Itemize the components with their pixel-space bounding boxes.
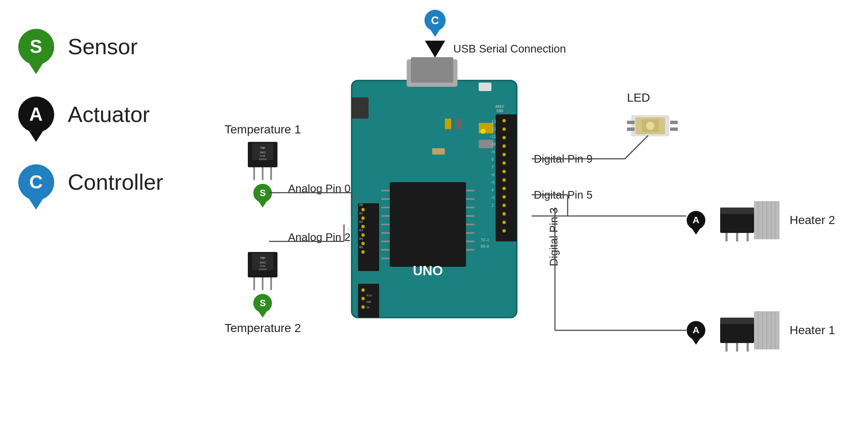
svg-rect-106 (627, 121, 635, 124)
svg-text:GND: GND (366, 300, 371, 303)
svg-text:7: 7 (491, 165, 494, 169)
svg-text:P120: P120 (260, 265, 265, 267)
temp2-chip-icon: TMP 36G2 P120 122554 (244, 250, 282, 292)
svg-rect-107 (670, 121, 678, 124)
svg-point-60 (502, 161, 506, 165)
svg-text:2: 2 (491, 203, 494, 208)
digital-pin3-label: Digital Pin 3 (547, 208, 560, 266)
svg-text:RX←0: RX←0 (481, 245, 489, 249)
actuator-circle: A (18, 97, 54, 133)
svg-text:8: 8 (491, 158, 494, 162)
digital-pin5-label: Digital Pin 5 (534, 188, 593, 202)
svg-point-72 (361, 288, 365, 292)
svg-rect-109 (670, 127, 678, 131)
usb-label: USB Serial Connection (453, 42, 566, 55)
legend-actuator: A Actuator (17, 93, 163, 136)
svg-point-62 (502, 178, 506, 182)
usb-controller-icon: C (424, 8, 446, 33)
controller-circle: C (18, 164, 54, 200)
svg-text:36G2: 36G2 (260, 261, 266, 264)
svg-text:P120: P120 (260, 155, 265, 157)
digital-pin3-area: Digital Pin 3 (547, 208, 560, 268)
svg-text:~5: ~5 (491, 181, 495, 185)
legend: S Sensor A Actuator C Controller (17, 25, 163, 203)
svg-text:~9: ~9 (491, 150, 495, 154)
arduino-board: UNO ANALOG IN DIGITAL PWM (347, 55, 525, 326)
svg-text:TMP: TMP (260, 257, 266, 260)
svg-text:A2: A2 (359, 220, 363, 224)
svg-point-105 (646, 122, 654, 130)
controller-letter: C (29, 172, 43, 193)
svg-point-47 (361, 208, 365, 211)
svg-text:A1: A1 (359, 212, 363, 215)
svg-text:TMP: TMP (260, 147, 266, 150)
temperature2-sensor: TMP 36G2 P120 122554 S Temperature 2 (225, 250, 301, 332)
svg-rect-111 (720, 208, 754, 214)
legend-controller: C Controller (17, 161, 163, 203)
svg-text:~3: ~3 (491, 196, 495, 200)
svg-text:122554: 122554 (259, 158, 266, 161)
led-icon (627, 109, 678, 143)
svg-text:12: 12 (491, 127, 496, 131)
svg-rect-23 (479, 83, 491, 91)
svg-point-67 (502, 221, 506, 224)
svg-rect-98 (445, 119, 451, 129)
heater1-area: A Heater 1 (686, 309, 835, 352)
svg-rect-24 (390, 182, 466, 267)
svg-text:~11: ~11 (490, 135, 496, 139)
svg-rect-110 (720, 212, 754, 233)
svg-rect-99 (455, 119, 462, 129)
temp1-sensor-pin: S (252, 181, 273, 205)
svg-rect-108 (627, 127, 635, 131)
arduino-svg: UNO ANALOG IN DIGITAL PWM (347, 55, 525, 330)
temp1-chip-icon: TMP 36G2 P120 122554 (244, 140, 282, 182)
svg-point-100 (480, 129, 485, 134)
svg-point-74 (361, 305, 365, 309)
svg-point-63 (502, 187, 506, 190)
analog-pin2-label: Analog Pin 2 (288, 231, 350, 244)
svg-text:13: 13 (491, 119, 496, 124)
temperature2-label: Temperature 2 (225, 321, 301, 335)
svg-text:122554: 122554 (259, 268, 266, 271)
heater1-label: Heater 1 (790, 324, 835, 337)
svg-text:A0: A0 (359, 203, 363, 207)
sensor-letter: S (30, 36, 42, 57)
svg-point-48 (361, 216, 365, 220)
heater2-actuator-icon: A (686, 209, 706, 231)
legend-sensor: S Sensor (17, 25, 163, 68)
svg-point-51 (361, 242, 365, 245)
svg-rect-121 (720, 322, 754, 343)
sensor-label: Sensor (68, 34, 138, 59)
svg-text:GND: GND (496, 109, 503, 113)
svg-point-73 (361, 297, 365, 300)
svg-point-66 (502, 212, 506, 216)
digital-pin9-label: Digital Pin 9 (534, 152, 593, 166)
svg-text:Vin: Vin (366, 294, 372, 297)
svg-text:~6: ~6 (491, 173, 495, 177)
heater1-actuator-icon: A (686, 319, 706, 341)
temp2-sensor-pin: S (252, 291, 273, 315)
actuator-label: Actuator (68, 102, 150, 127)
temperature1-label: Temperature 1 (225, 123, 301, 136)
svg-point-50 (361, 233, 365, 237)
svg-rect-22 (352, 97, 369, 119)
svg-rect-101 (432, 148, 445, 155)
svg-point-58 (502, 144, 506, 148)
svg-rect-122 (720, 318, 754, 324)
svg-rect-53 (496, 114, 517, 241)
svg-text:36G2: 36G2 (260, 151, 266, 154)
heater1-icon (712, 309, 784, 352)
svg-text:TX→1: TX→1 (481, 238, 489, 242)
svg-point-49 (361, 225, 365, 228)
svg-text:5V: 5V (366, 306, 370, 309)
svg-text:4: 4 (491, 188, 494, 192)
svg-point-55 (502, 119, 506, 122)
led-area: LED (627, 91, 678, 144)
svg-point-59 (502, 153, 506, 156)
led-label: LED (627, 91, 678, 105)
svg-text:UNO: UNO (413, 263, 443, 278)
svg-rect-21 (411, 57, 453, 83)
heater2-icon (712, 199, 784, 241)
heater2-label: Heater 2 (790, 213, 835, 227)
sensor-circle: S (18, 29, 54, 65)
